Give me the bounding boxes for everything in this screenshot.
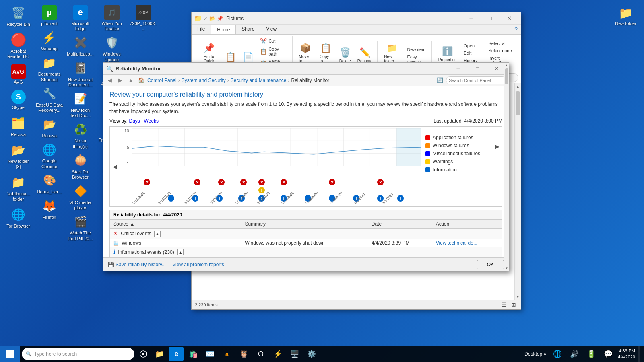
taskbar-opera-btn[interactable]: O	[254, 347, 268, 361]
ribbon-help-icon[interactable]: ?	[511, 25, 521, 34]
copy-to-btn[interactable]: 📋 Copy to	[316, 41, 335, 65]
icon-skype[interactable]: S Skype	[3, 88, 33, 112]
taskbar-winamp-btn[interactable]: ⚡	[270, 347, 285, 361]
close-button[interactable]: ✕	[500, 12, 518, 25]
taskbar-desktop-btn[interactable]: Desktop »	[523, 350, 548, 358]
info-icon-11[interactable]: i	[397, 195, 404, 202]
icon-new-folder-tr[interactable]: 📁 New folder	[611, 3, 641, 27]
taskbar-file-explorer-btn[interactable]: 📁	[152, 347, 167, 361]
notification-icon[interactable]: 💬	[601, 347, 615, 361]
col-summary[interactable]: Summary	[242, 220, 368, 229]
table-row[interactable]: 📦 Ant Video downloader (Native me... Suc…	[110, 257, 502, 257]
icon-horus[interactable]: 🎨 Horus_Her...	[34, 171, 64, 196]
view-reports-link[interactable]: View all problem reports	[172, 262, 224, 267]
icon-freefileview[interactable]: 📂 Recuva	[34, 115, 64, 140]
tab-view[interactable]: View	[260, 25, 283, 34]
rm-maximize-btn[interactable]: □	[468, 63, 487, 75]
rm-view-weeks[interactable]: Weeks	[144, 118, 159, 124]
scroll-down-btn[interactable]: ▼	[516, 294, 520, 299]
rm-recent-btn[interactable]: 🏠	[137, 76, 146, 85]
icon-easeus[interactable]: 🔧 EaseUS Data Recovery...	[34, 84, 64, 115]
icon-new-journal[interactable]: 📓 New Journal Document...	[65, 59, 95, 89]
icon-acrobat[interactable]: 🔴 Acrobat Reader DC	[3, 30, 33, 61]
icon-ms-edge[interactable]: e Microsoft Edge	[65, 3, 95, 33]
rm-chart-next-btn[interactable]: ▶	[492, 127, 502, 166]
rm-path-security-maintenance[interactable]: Security and Maintenance	[231, 78, 287, 83]
view-technical-link-1[interactable]: View technical de...	[436, 240, 477, 246]
icon-watch-red-pill[interactable]: 🎬 Watch The Red Pill 20...	[65, 212, 95, 243]
error-icon-7[interactable]: ✕	[329, 179, 335, 185]
icon-windows-update[interactable]: 🛡️ Windows Update	[97, 33, 127, 64]
icon-avg[interactable]: AVG AVG	[3, 63, 33, 86]
maximize-button[interactable]: □	[481, 12, 500, 25]
select-none-btn[interactable]: Select none	[486, 47, 516, 54]
error-icon-2[interactable]: ✕	[194, 179, 200, 185]
icon-recuva[interactable]: ♻️ No su thing(s)	[65, 120, 95, 150]
select-all-btn[interactable]: Select all	[486, 40, 516, 47]
error-icon-3[interactable]: ✕	[218, 179, 225, 185]
rm-close-btn[interactable]: ✕	[487, 63, 506, 75]
col-action[interactable]: Action	[433, 220, 502, 229]
critical-collapse-btn[interactable]: ▲	[154, 231, 161, 237]
icon-new-folder-3[interactable]: 📂 New folder (3)	[3, 140, 33, 171]
network-icon[interactable]: 🌐	[550, 347, 565, 361]
error-icon-8[interactable]: ✕	[377, 179, 384, 185]
icon-when-you-realize[interactable]: 🎵 When You Realize	[97, 3, 127, 33]
taskbar-mail-btn[interactable]: ✉️	[203, 347, 217, 361]
edit-btn[interactable]: Edit	[461, 50, 480, 56]
icon-720p[interactable]: 720P 720P_1500K...	[128, 3, 158, 33]
rm-back-btn[interactable]: ◀	[105, 76, 114, 85]
scroll-up-btn[interactable]: ▲	[516, 84, 520, 89]
taskbar-search-box[interactable]: 🔍 Type here to search	[22, 348, 134, 360]
icon-desktop-shortcuts[interactable]: 🗂️ Recuva	[3, 113, 33, 139]
show-desktop-button[interactable]	[638, 346, 640, 362]
icon-utorrent[interactable]: µ µTorrent	[34, 3, 64, 28]
error-icon-1[interactable]: ✕	[144, 179, 150, 185]
rm-path-system-security[interactable]: System and Security	[182, 78, 226, 83]
icon-winamp[interactable]: ⚡ Winamp	[34, 28, 64, 53]
taskbar-amazon-btn[interactable]: a	[220, 347, 234, 361]
move-to-btn[interactable]: 📦 Move to	[296, 41, 315, 65]
icon-recycle-bin[interactable]: 🗑️ Recycle Bin	[3, 3, 33, 29]
error-icon-6[interactable]: ✕	[281, 179, 287, 185]
ok-button[interactable]: OK	[477, 260, 504, 269]
scrollbar[interactable]: ▲ ▼	[514, 83, 521, 300]
warning-icon-1[interactable]: !	[258, 187, 265, 193]
error-icon-5[interactable]: ✕	[258, 179, 265, 185]
properties-btn[interactable]: ℹ️ Properties	[435, 45, 460, 64]
cut-btn[interactable]: ✂️ Cut	[258, 37, 289, 45]
delete-btn[interactable]: 🗑️ Delete	[336, 46, 353, 65]
rename-btn[interactable]: ✏️ Rename	[355, 46, 375, 65]
new-item-btn[interactable]: New item	[405, 46, 429, 53]
tab-share[interactable]: Share	[236, 25, 260, 34]
icon-vlc[interactable]: 🔶 VLC media player	[65, 181, 95, 212]
rm-search-input[interactable]	[446, 76, 506, 84]
task-view-button[interactable]	[136, 347, 151, 361]
taskbar-clock[interactable]: 4:36 PM 4/4/2020	[618, 348, 635, 360]
icon-sublimina[interactable]: 📁 'sublimina... folder	[3, 173, 33, 204]
icon-new-rich-text[interactable]: 📝 New Rich Text Doc...	[65, 89, 95, 120]
taskbar-store-btn[interactable]: 🛍️	[186, 347, 200, 361]
tab-home[interactable]: Home	[211, 25, 236, 34]
rm-up-btn[interactable]: ▲	[126, 76, 135, 85]
scrollbar-thumb[interactable]	[516, 91, 520, 115]
rm-chart-prev-btn[interactable]: ◀	[110, 127, 120, 206]
tab-file[interactable]: File	[192, 25, 211, 34]
rm-refresh-btn[interactable]: 🔄	[436, 76, 444, 85]
icon-multiplicatio[interactable]: ✖️ Multiplicatio...	[65, 33, 95, 58]
details-view-btn[interactable]: ☰	[500, 301, 508, 309]
open-btn[interactable]: Open	[461, 43, 480, 49]
icon-firefox[interactable]: 🦊 Firefox	[34, 196, 64, 222]
icon-tor-browser[interactable]: 🌐 Tor Browser	[3, 205, 33, 230]
table-row[interactable]: 🪟 Windows Windows was not properly shut …	[110, 239, 502, 247]
rm-minimize-btn[interactable]: ─	[449, 63, 468, 75]
minimize-button[interactable]: ─	[462, 12, 481, 25]
taskbar-extra-btn[interactable]: ⚙️	[304, 347, 319, 361]
start-button[interactable]	[0, 346, 20, 362]
rm-forward-btn[interactable]: ▶	[116, 76, 125, 85]
error-icon-4[interactable]: ✕	[240, 179, 247, 185]
battery-icon[interactable]: 🔋	[584, 347, 599, 361]
new-folder-btn[interactable]: 📁 New folder	[381, 41, 403, 65]
info-collapse-btn[interactable]: ▲	[177, 249, 184, 255]
taskbar-manage-btn[interactable]: 🖥️	[287, 347, 302, 361]
